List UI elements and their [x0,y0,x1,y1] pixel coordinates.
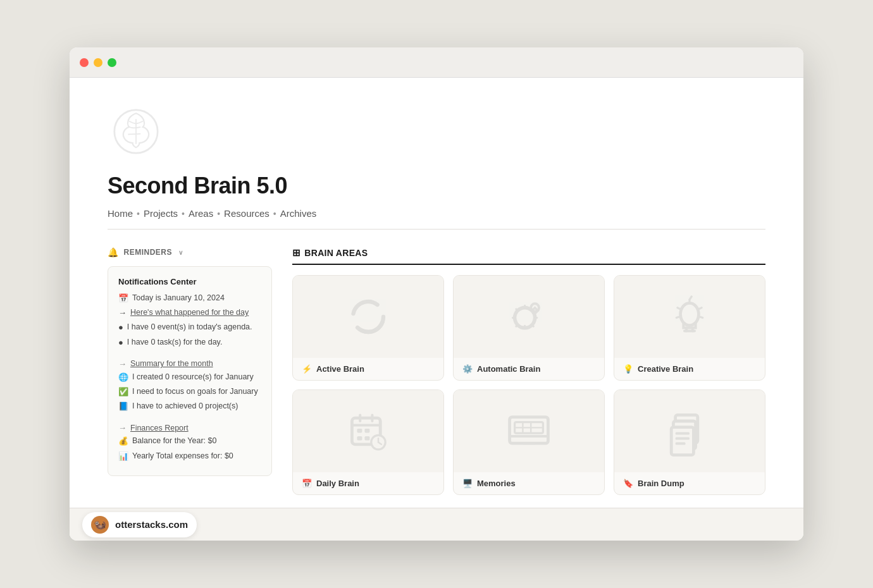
events-text: I have 0 event(s) in today's agenda. [127,322,252,333]
card-memories-label: 🖥️ Memories [454,472,604,494]
projects-text: I have to achieved 0 project(s) [132,401,238,412]
card-daily-brain-label: 📅 Daily Brain [293,472,443,494]
notification-tasks: ● I have 0 task(s) for the day. [118,337,261,348]
daily-brain-text: Daily Brain [316,479,359,488]
active-brain-icon [343,291,393,342]
brain-icon-container [108,103,765,162]
svg-line-13 [698,308,702,309]
summary-resources: 🌐 I created 0 resource(s) for January [118,372,261,383]
nav-resources[interactable]: Resources [224,208,269,219]
nav-projects[interactable]: Projects [144,208,178,219]
goals-text: I need to focus on goals for January [132,386,258,398]
card-brain-dump[interactable]: 🔖 Brain Dump [614,389,765,495]
notification-events: ● I have 0 event(s) in today's agenda. [118,322,261,333]
svg-rect-44 [676,438,690,440]
finances-arrow-icon: → [118,423,127,432]
chart-icon: 📊 [118,451,128,462]
summary-link-item: → Summary for the month [118,359,261,369]
summary-projects: 📘 I have to achieved 0 project(s) [118,401,261,412]
card-creative-brain-label: 💡 Creative Brain [614,358,765,380]
reminders-icon: 🔔 [108,247,119,257]
right-panel: ⊞ BRAIN AREAS [292,247,765,495]
happened-link[interactable]: Here's what happened for the day [130,307,249,319]
brain-dump-text: Brain Dump [638,479,684,488]
calendar-icon: 📅 [118,293,128,304]
svg-line-11 [690,297,691,300]
svg-line-15 [700,317,703,318]
finances-balance: 💰 Balance for the Year: $0 [118,436,261,447]
summary-link[interactable]: Summary for the month [130,359,213,368]
maximize-button[interactable] [108,58,116,67]
creative-brain-icon [664,291,715,342]
reminders-card: Notifications Center 📅 Today is January … [108,266,272,476]
card-creative-brain[interactable]: 💡 Creative Brain [614,275,765,381]
card-automatic-brain[interactable]: ⚙️ Automatic Brain [453,275,605,381]
card-memories[interactable]: 🖥️ Memories [453,389,605,495]
notification-happened: → Here's what happened for the day [118,307,261,319]
svg-rect-21 [364,429,369,432]
brain-dump-icon [664,406,715,456]
notifications-title: Notifications Center [118,277,261,286]
creative-brain-text: Creative Brain [638,364,693,374]
main-layout: 🔔 REMINDERS ∨ Notifications Center 📅 Tod… [108,247,765,495]
nav-archives[interactable]: Archives [280,208,317,219]
card-daily-brain-image [293,390,443,472]
card-creative-brain-image [614,276,765,358]
automatic-brain-label-icon: ⚙️ [462,364,473,374]
brain-areas-tab[interactable]: ⊞ BRAIN AREAS [292,247,765,265]
card-brain-dump-image [614,390,765,472]
memories-icon [504,406,554,456]
site-name: otterstacks.com [115,519,188,530]
traffic-lights [80,58,116,67]
card-daily-brain[interactable]: 📅 Daily Brain [292,389,444,495]
reminders-chevron[interactable]: ∨ [178,249,183,256]
nav-links: Home • Projects • Areas • Resources • Ar… [108,208,765,230]
header-section: Second Brain 5.0 Home • Projects • Areas… [108,103,765,230]
daily-brain-label-icon: 📅 [302,479,312,488]
minimize-button[interactable] [94,58,102,67]
card-active-brain-image [293,276,443,358]
brain-areas-label: BRAIN AREAS [304,248,368,258]
close-button[interactable] [80,58,89,67]
book-icon: 📘 [118,401,128,412]
memories-text: Memories [477,479,516,488]
nav-home[interactable]: Home [108,208,133,219]
grid-icon: ⊞ [292,247,300,259]
expenses-text: Yearly Total expenses for: $0 [132,451,233,462]
money-icon: 💰 [118,436,128,447]
brain-dump-label-icon: 🔖 [623,479,633,488]
daily-brain-icon [343,406,393,456]
bullet-icon-events: ● [118,322,123,333]
svg-rect-45 [676,443,686,445]
svg-line-14 [676,317,679,318]
creative-brain-label-icon: 💡 [623,364,633,374]
finances-expenses: 📊 Yearly Total expenses for: $0 [118,451,261,462]
automatic-brain-text: Automatic Brain [477,364,540,374]
memories-label-icon: 🖥️ [462,479,473,488]
card-brain-dump-label: 🔖 Brain Dump [614,472,765,494]
automatic-brain-icon [504,291,554,342]
active-brain-text: Active Brain [316,364,364,374]
tasks-text: I have 0 task(s) for the day. [127,337,223,348]
nav-areas[interactable]: Areas [189,208,213,219]
reminders-section-header: 🔔 REMINDERS ∨ [108,247,272,257]
globe-icon: 🌐 [118,372,128,383]
browser-titlebar [70,47,803,78]
notification-date: 📅 Today is January 10, 2024 [118,293,261,304]
card-memories-image [454,390,604,472]
page-content: Second Brain 5.0 Home • Projects • Areas… [70,78,803,539]
card-automatic-brain-image [454,276,604,358]
site-badge[interactable]: 🦦 otterstacks.com [82,512,197,537]
bottom-bar: 🦦 otterstacks.com [70,508,803,541]
card-automatic-brain-label: ⚙️ Automatic Brain [454,358,604,380]
card-active-brain[interactable]: ⚡ Active Brain [292,275,444,381]
finances-link[interactable]: Finances Report [130,424,189,432]
summary-arrow-icon: → [118,359,127,369]
svg-rect-42 [671,427,693,455]
summary-goals: ✅ I need to focus on goals for January [118,386,261,398]
check-icon: ✅ [118,386,128,398]
left-panel: 🔔 REMINDERS ∨ Notifications Center 📅 Tod… [108,247,272,495]
brain-areas-tab-active: ⊞ BRAIN AREAS [292,247,368,259]
svg-rect-20 [357,429,362,432]
brain-cards-grid: ⚡ Active Brain [292,275,765,495]
